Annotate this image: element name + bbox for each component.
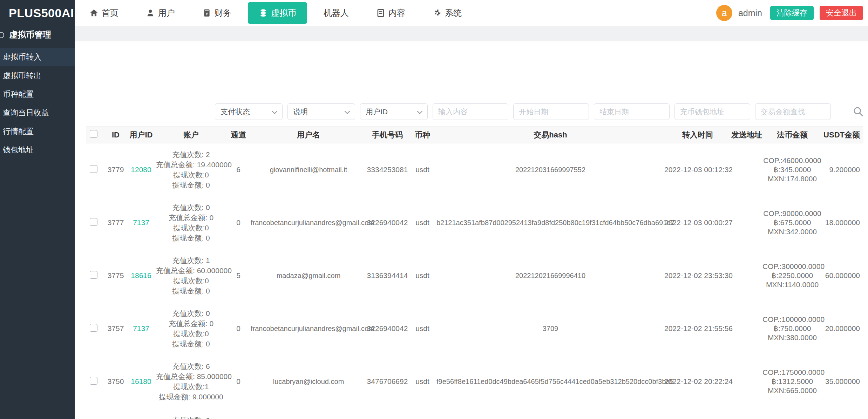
column-header: 用户ID [126,127,156,143]
filter-select-user-id: 用户ID [360,103,428,120]
row-coin: usdt [408,143,436,196]
row-send-address [731,355,762,408]
column-header: ID [105,127,126,143]
row-fiat-amounts: COP.:90000.0000฿:675.0000MXN:342.0000 [762,196,822,249]
filter-select-note: 说明 [287,103,355,120]
topnav-item-users[interactable]: 用户 [146,0,175,26]
row-user-id: 7137 [126,302,156,355]
wallet-address-input[interactable] [674,103,750,120]
brand-logo: PLUS500AI [0,0,75,26]
topnav-item-label: 系统 [445,7,462,19]
row-checkbox-cell [86,302,105,355]
start-date-input[interactable] [513,103,589,120]
row-fiat-amounts: COP.:46000.0000฿:345.0000MXN:174.8000 [762,143,822,196]
column-header: 发送地址 [731,127,762,143]
amount-input[interactable] [755,103,831,120]
sidebar-item-transfer-in[interactable]: 虚拟币转入 [0,48,75,66]
clear-cache-button[interactable]: 清除缓存 [770,6,814,20]
row-usdt-amount: 20.000000 [822,302,863,355]
sidebar-item-transfer-out[interactable]: 虚拟币转出 [0,66,75,85]
content-input[interactable] [433,103,508,120]
column-header: 币种 [408,127,436,143]
logout-button[interactable]: 安全退出 [820,6,863,20]
sidebar-section-title: 虚拟币管理 [0,26,75,43]
topnav-item-robot[interactable]: 机器人 [324,0,349,26]
row-account-summary: 充值次数: 1充值总金额: 60.000000提现次数:0提现金额: 0 [156,249,226,302]
row-checkbox[interactable] [90,218,97,226]
sidebar-item-daily-earnings[interactable]: 查询当日收益 [0,103,75,122]
topnav-item-finance[interactable]: ¥财务 [202,0,231,26]
row-user-id: 16180 [126,355,156,408]
row-phone: 3136394414 [366,249,408,302]
column-header: 手机号码 [366,127,408,143]
column-header: 通道 [226,127,251,143]
sidebar-item-market-config[interactable]: 行情配置 [0,122,75,141]
column-header: 账户 [156,127,226,143]
topnav-item-label: 虚拟币 [271,7,296,19]
row-user-id: 18616 [126,249,156,302]
row-channel: 6 [226,143,251,196]
row-username: lucabryan@icloud.com [251,355,366,408]
topnav-item-label: 财务 [215,7,231,19]
search-icon[interactable] [853,106,864,118]
row-user-id [126,408,156,419]
pay-status-select[interactable]: 支付状态 [215,103,283,120]
row-send-address [731,302,762,355]
row-hash: 202212021669996410 [436,249,664,302]
row-usdt-amount: 18.000000 [822,196,863,249]
row-account-summary: 充值次数: 6充值总金额: 85.000000提现次数:1提现金额: 9.000… [156,355,226,408]
row-checkbox-cell [86,143,105,196]
row-checkbox[interactable] [90,324,97,332]
topnav-item-content[interactable]: 内容 [376,0,405,26]
row-coin: usdt [408,249,436,302]
row-username: francobetancurjulianandres@gmail.com [251,302,366,355]
row-id: 3777 [105,196,126,249]
user-icon [146,8,155,18]
topnav-item-crypto[interactable]: 虚拟币 [248,2,307,24]
user-id-link[interactable]: 16180 [131,377,151,385]
topnav-item-label: 内容 [388,7,405,19]
header-checkbox-cell [86,127,105,143]
row-channel: 5 [226,249,251,302]
topnav-item-label: 机器人 [324,7,349,19]
row-coin: usdt [408,355,436,408]
user-id-link[interactable]: 7137 [133,324,149,332]
row-fiat-amounts: COP.:300000.0000฿:2250.0000MXN:1140.0000 [762,249,822,302]
topnav-item-system[interactable]: 系统 [433,0,462,26]
user-id-select[interactable]: 用户ID [360,103,428,120]
user-id-link[interactable]: 18616 [131,271,151,279]
row-username [251,408,366,419]
column-header: 交易hash [436,127,664,143]
row-time: 2022-12-02 23:53:30 [664,249,731,302]
row-account-summary: 充值次数: 2充值总金额: 19.400000提现次数:0提现金额: 0 [156,143,226,196]
main-content: 支付状态说明用户ID ID用户ID账户通道用户名手机号码币种交易hash转入时间… [75,41,868,419]
table-row: 37577137充值次数: 0充值总金额: 0提现次数:0提现金额: 00fra… [86,302,863,355]
row-id: 3775 [105,249,126,302]
row-send-address [731,143,762,196]
topnav-item-label: 首页 [102,7,118,19]
coins-icon [259,8,268,18]
row-id [105,408,126,419]
end-date-input[interactable] [594,103,670,120]
topbar: 首页用户¥财务虚拟币机器人内容系统 a admin 清除缓存 安全退出 [75,0,868,26]
topnav-item-home[interactable]: 首页 [89,0,118,26]
row-time [664,408,731,419]
row-checkbox[interactable] [90,165,97,173]
select-all-checkbox[interactable] [90,130,97,138]
sidebar-item-wallet-address[interactable]: 钱包地址 [0,141,75,159]
avatar[interactable]: a [716,5,732,21]
row-checkbox[interactable] [90,377,97,385]
table-row: 37777137充值次数: 0充值总金额: 0提现次数:0提现金额: 00fra… [86,196,863,249]
row-account-summary: 充值次数: 0充值总金额: 0提现次数:0提现金额: 0 [156,302,226,355]
note-select[interactable]: 说明 [287,103,355,120]
row-phone: 3226940042 [366,302,408,355]
user-id-link[interactable]: 7137 [133,218,149,227]
column-header: 法币金额 [762,127,822,143]
row-hash [436,408,664,419]
user-id-link[interactable]: 12080 [131,165,151,174]
row-account-summary: 充值次数: 0充值总金额: 0提现次数:0提现金额: 0 [156,196,226,249]
row-checkbox[interactable] [90,271,97,279]
filter-select-pay-status: 支付状态 [215,103,283,120]
sidebar-item-coin-config[interactable]: 币种配置 [0,85,75,103]
row-channel: 0 [226,302,251,355]
